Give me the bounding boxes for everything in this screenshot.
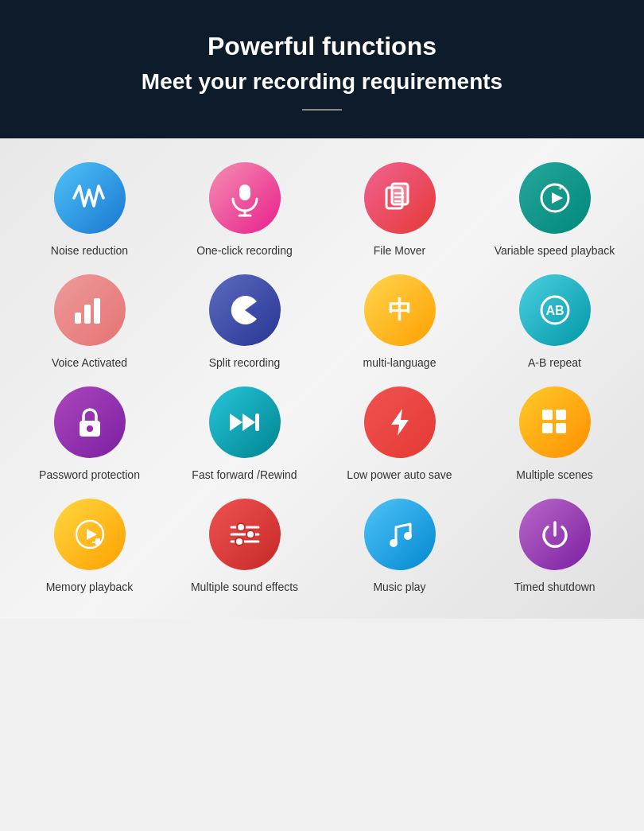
feature-label-variable-speed-playback: Variable speed playback	[495, 243, 615, 258]
feature-label-timed-shutdown: Timed shutdown	[514, 580, 595, 595]
feature-label-split-recording: Split recording	[209, 355, 281, 371]
svg-point-41	[404, 532, 412, 540]
play-record-icon	[54, 499, 126, 570]
svg-point-21	[87, 425, 93, 432]
header-title: Powerful functions	[16, 32, 628, 61]
chinese-icon: 中	[364, 274, 436, 346]
lock-icon	[54, 386, 126, 458]
svg-point-37	[237, 523, 245, 531]
feature-label-file-mover: File Mover	[374, 243, 425, 258]
feature-label-music-play: Music play	[373, 580, 425, 595]
feature-label-ab-repeat: A-B repeat	[528, 355, 581, 371]
feature-item-music-play: Music play	[326, 499, 473, 595]
feature-item-timed-shutdown: Timed shutdown	[481, 499, 628, 595]
ab-icon: AB	[519, 274, 591, 346]
svg-text:+: +	[558, 184, 562, 192]
features-grid: Noise reduction One-click recording File…	[16, 162, 628, 595]
svg-rect-24	[255, 414, 259, 431]
svg-marker-23	[242, 414, 255, 431]
feature-item-file-mover: File Mover	[326, 162, 473, 258]
svg-rect-12	[84, 305, 91, 324]
svg-rect-27	[556, 410, 566, 420]
feature-label-voice-activated: Voice Activated	[52, 355, 127, 371]
svg-rect-11	[75, 313, 81, 324]
svg-rect-29	[556, 423, 566, 433]
feature-item-fast-forward: Fast forward /Rewind	[171, 386, 318, 483]
feature-item-multiple-sound-effects: Multiple sound effects	[171, 499, 318, 595]
sliders-icon	[209, 499, 281, 570]
grid-icon	[519, 386, 591, 458]
feature-item-memory-playback: Memory playback	[16, 499, 163, 595]
bolt-icon	[364, 386, 436, 458]
svg-rect-0	[239, 184, 250, 200]
feature-item-voice-activated: Voice Activated	[16, 274, 163, 371]
microphone-icon	[209, 162, 281, 234]
svg-rect-26	[542, 410, 553, 420]
feature-label-fast-forward: Fast forward /Rewind	[192, 468, 297, 483]
feature-label-memory-playback: Memory playback	[46, 580, 134, 595]
feature-item-low-power-auto-save: Low power auto save	[326, 386, 473, 483]
svg-marker-25	[391, 409, 409, 436]
svg-rect-13	[94, 298, 100, 324]
feature-item-variable-speed-playback: + Variable speed playback	[481, 162, 628, 258]
svg-text:AB: AB	[545, 304, 564, 317]
feature-item-multi-language: 中 multi-language	[326, 274, 473, 371]
feature-item-one-click-recording: One-click recording	[171, 162, 318, 258]
feature-label-noise-reduction: Noise reduction	[51, 243, 128, 258]
svg-point-40	[390, 539, 398, 547]
feature-item-split-recording: Split recording	[171, 274, 318, 371]
svg-text:中: 中	[388, 297, 412, 323]
pacman-icon	[209, 274, 281, 346]
svg-marker-9	[552, 192, 563, 204]
feature-item-multiple-scenes: Multiple scenes	[481, 386, 628, 483]
header-divider	[302, 109, 342, 111]
speed-play-icon: +	[519, 162, 591, 234]
svg-point-39	[235, 538, 243, 546]
feature-label-multiple-scenes: Multiple scenes	[516, 468, 593, 483]
svg-rect-32	[95, 538, 100, 545]
power-icon	[519, 499, 591, 570]
bars-icon	[54, 274, 126, 346]
music-note-icon	[364, 499, 436, 570]
feature-item-password-protection: Password protection	[16, 386, 163, 483]
feature-label-password-protection: Password protection	[39, 468, 140, 483]
svg-marker-31	[87, 529, 97, 540]
files-icon	[364, 162, 436, 234]
svg-point-38	[246, 530, 254, 538]
svg-rect-28	[542, 423, 553, 433]
feature-label-multiple-sound-effects: Multiple sound effects	[191, 580, 298, 595]
content: Noise reduction One-click recording File…	[0, 138, 644, 619]
feature-item-ab-repeat: AB A-B repeat	[481, 274, 628, 371]
svg-point-16	[258, 305, 263, 310]
feature-item-noise-reduction: Noise reduction	[16, 162, 163, 258]
feature-label-one-click-recording: One-click recording	[196, 243, 293, 258]
header: Powerful functions Meet your recording r…	[0, 0, 644, 138]
feature-label-multi-language: multi-language	[363, 355, 436, 371]
waveform-icon	[54, 162, 126, 234]
header-subtitle: Meet your recording requirements	[16, 69, 628, 95]
fast-forward-icon	[209, 386, 281, 458]
feature-label-low-power-auto-save: Low power auto save	[347, 468, 452, 483]
svg-marker-22	[230, 414, 242, 431]
